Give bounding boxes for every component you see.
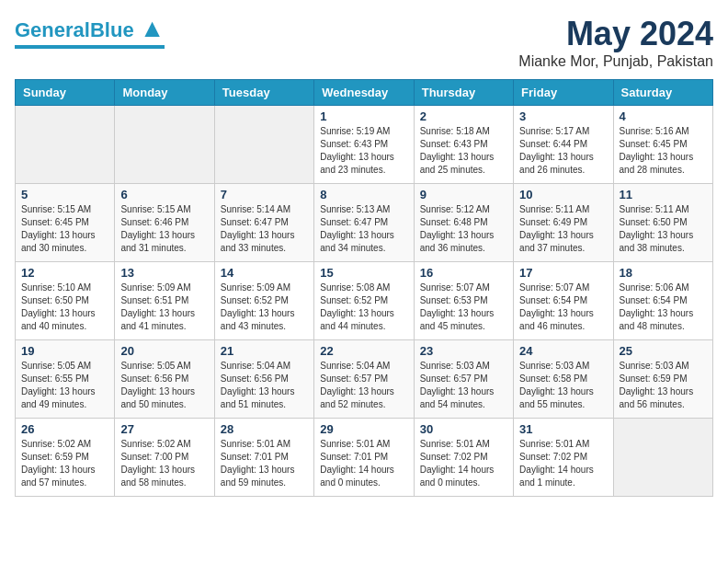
day-cell: 9Sunrise: 5:12 AMSunset: 6:48 PMDaylight… — [414, 184, 513, 262]
day-info: Sunrise: 5:03 AMSunset: 6:59 PMDaylight:… — [620, 360, 707, 411]
col-header-tuesday: Tuesday — [214, 80, 313, 106]
day-info: Sunrise: 5:02 AMSunset: 7:00 PMDaylight:… — [120, 438, 208, 489]
day-cell: 29Sunrise: 5:01 AMSunset: 7:01 PMDayligh… — [314, 419, 414, 497]
day-cell: 17Sunrise: 5:07 AMSunset: 6:54 PMDayligh… — [514, 262, 613, 340]
logo-bar — [15, 45, 165, 49]
day-cell: 7Sunrise: 5:14 AMSunset: 6:47 PMDaylight… — [214, 184, 313, 262]
week-row-5: 26Sunrise: 5:02 AMSunset: 6:59 PMDayligh… — [16, 419, 713, 497]
day-number: 29 — [320, 422, 407, 436]
day-info: Sunrise: 5:01 AMSunset: 7:02 PMDaylight:… — [519, 438, 607, 489]
day-number: 7 — [221, 188, 308, 201]
day-number: 2 — [420, 109, 507, 123]
day-info: Sunrise: 5:16 AMSunset: 6:45 PMDaylight:… — [620, 125, 707, 177]
day-number: 17 — [519, 266, 607, 280]
day-number: 28 — [221, 422, 308, 436]
day-cell — [16, 106, 115, 184]
title-area: May 2024 Mianke Mor, Punjab, Pakistan — [518, 15, 713, 70]
col-header-thursday: Thursday — [414, 80, 513, 106]
day-cell: 4Sunrise: 5:16 AMSunset: 6:45 PMDaylight… — [613, 106, 712, 184]
day-info: Sunrise: 5:18 AMSunset: 6:43 PMDaylight:… — [420, 125, 507, 177]
day-info: Sunrise: 5:11 AMSunset: 6:50 PMDaylight:… — [620, 203, 707, 255]
logo-text: GeneralBlue ▲ — [15, 15, 165, 43]
day-cell: 28Sunrise: 5:01 AMSunset: 7:01 PMDayligh… — [214, 419, 313, 497]
day-number: 25 — [620, 344, 707, 358]
day-info: Sunrise: 5:15 AMSunset: 6:46 PMDaylight:… — [120, 203, 208, 255]
day-info: Sunrise: 5:01 AMSunset: 7:02 PMDaylight:… — [420, 438, 507, 489]
day-number: 8 — [320, 188, 407, 201]
day-info: Sunrise: 5:14 AMSunset: 6:47 PMDaylight:… — [221, 203, 308, 255]
day-info: Sunrise: 5:04 AMSunset: 6:56 PMDaylight:… — [221, 360, 308, 411]
day-info: Sunrise: 5:05 AMSunset: 6:56 PMDaylight:… — [120, 360, 208, 411]
logo: GeneralBlue ▲ — [15, 15, 165, 49]
day-number: 3 — [519, 109, 607, 123]
day-number: 6 — [120, 188, 208, 201]
day-number: 9 — [420, 188, 507, 201]
col-header-sunday: Sunday — [16, 80, 115, 106]
day-number: 30 — [420, 422, 507, 436]
day-number: 20 — [120, 344, 208, 358]
day-info: Sunrise: 5:03 AMSunset: 6:57 PMDaylight:… — [420, 360, 507, 411]
day-cell: 2Sunrise: 5:18 AMSunset: 6:43 PMDaylight… — [414, 106, 513, 184]
day-cell — [613, 419, 712, 497]
week-row-4: 19Sunrise: 5:05 AMSunset: 6:55 PMDayligh… — [16, 340, 713, 419]
day-cell: 19Sunrise: 5:05 AMSunset: 6:55 PMDayligh… — [16, 340, 115, 419]
day-number: 21 — [221, 344, 308, 358]
day-cell: 18Sunrise: 5:06 AMSunset: 6:54 PMDayligh… — [613, 262, 712, 340]
day-cell: 20Sunrise: 5:05 AMSunset: 6:56 PMDayligh… — [115, 340, 214, 419]
day-info: Sunrise: 5:10 AMSunset: 6:50 PMDaylight:… — [21, 282, 108, 333]
day-cell: 16Sunrise: 5:07 AMSunset: 6:53 PMDayligh… — [414, 262, 513, 340]
day-cell: 25Sunrise: 5:03 AMSunset: 6:59 PMDayligh… — [613, 340, 712, 419]
logo-bird-icon: ▲ — [140, 14, 165, 42]
day-info: Sunrise: 5:06 AMSunset: 6:54 PMDaylight:… — [620, 282, 707, 333]
day-info: Sunrise: 5:04 AMSunset: 6:57 PMDaylight:… — [320, 360, 407, 411]
day-cell: 22Sunrise: 5:04 AMSunset: 6:57 PMDayligh… — [314, 340, 414, 419]
day-number: 4 — [620, 109, 707, 123]
day-info: Sunrise: 5:07 AMSunset: 6:53 PMDaylight:… — [420, 282, 507, 333]
day-info: Sunrise: 5:01 AMSunset: 7:01 PMDaylight:… — [320, 438, 407, 489]
col-header-wednesday: Wednesday — [314, 80, 414, 106]
day-cell: 11Sunrise: 5:11 AMSunset: 6:50 PMDayligh… — [613, 184, 712, 262]
day-number: 5 — [21, 188, 108, 201]
day-cell: 24Sunrise: 5:03 AMSunset: 6:58 PMDayligh… — [514, 340, 613, 419]
day-number: 14 — [221, 266, 308, 280]
day-cell: 1Sunrise: 5:19 AMSunset: 6:43 PMDaylight… — [314, 106, 414, 184]
day-info: Sunrise: 5:17 AMSunset: 6:44 PMDaylight:… — [519, 125, 607, 177]
day-cell: 21Sunrise: 5:04 AMSunset: 6:56 PMDayligh… — [214, 340, 313, 419]
day-info: Sunrise: 5:13 AMSunset: 6:47 PMDaylight:… — [320, 203, 407, 255]
day-cell: 30Sunrise: 5:01 AMSunset: 7:02 PMDayligh… — [414, 419, 513, 497]
day-cell: 27Sunrise: 5:02 AMSunset: 7:00 PMDayligh… — [115, 419, 214, 497]
day-cell: 5Sunrise: 5:15 AMSunset: 6:45 PMDaylight… — [16, 184, 115, 262]
week-row-2: 5Sunrise: 5:15 AMSunset: 6:45 PMDaylight… — [16, 184, 713, 262]
day-number: 11 — [620, 188, 707, 201]
day-info: Sunrise: 5:12 AMSunset: 6:48 PMDaylight:… — [420, 203, 507, 255]
day-info: Sunrise: 5:05 AMSunset: 6:55 PMDaylight:… — [21, 360, 108, 411]
week-row-3: 12Sunrise: 5:10 AMSunset: 6:50 PMDayligh… — [16, 262, 713, 340]
day-number: 1 — [320, 109, 407, 123]
page-header: GeneralBlue ▲ May 2024 Mianke Mor, Punja… — [15, 15, 713, 70]
day-number: 18 — [620, 266, 707, 280]
day-number: 19 — [21, 344, 108, 358]
calendar-table: SundayMondayTuesdayWednesdayThursdayFrid… — [15, 79, 713, 497]
day-number: 31 — [519, 422, 607, 436]
day-info: Sunrise: 5:11 AMSunset: 6:49 PMDaylight:… — [519, 203, 607, 255]
day-cell: 13Sunrise: 5:09 AMSunset: 6:51 PMDayligh… — [115, 262, 214, 340]
day-cell: 6Sunrise: 5:15 AMSunset: 6:46 PMDaylight… — [115, 184, 214, 262]
day-number: 26 — [21, 422, 108, 436]
day-info: Sunrise: 5:15 AMSunset: 6:45 PMDaylight:… — [21, 203, 108, 255]
week-row-1: 1Sunrise: 5:19 AMSunset: 6:43 PMDaylight… — [16, 106, 713, 184]
day-info: Sunrise: 5:08 AMSunset: 6:52 PMDaylight:… — [320, 282, 407, 333]
day-info: Sunrise: 5:02 AMSunset: 6:59 PMDaylight:… — [21, 438, 108, 489]
day-number: 22 — [320, 344, 407, 358]
location-subtitle: Mianke Mor, Punjab, Pakistan — [518, 53, 713, 70]
col-header-friday: Friday — [514, 80, 613, 106]
day-info: Sunrise: 5:03 AMSunset: 6:58 PMDaylight:… — [519, 360, 607, 411]
day-cell: 3Sunrise: 5:17 AMSunset: 6:44 PMDaylight… — [514, 106, 613, 184]
day-cell: 10Sunrise: 5:11 AMSunset: 6:49 PMDayligh… — [514, 184, 613, 262]
day-info: Sunrise: 5:07 AMSunset: 6:54 PMDaylight:… — [519, 282, 607, 333]
month-title: May 2024 — [518, 15, 713, 53]
day-info: Sunrise: 5:01 AMSunset: 7:01 PMDaylight:… — [221, 438, 308, 489]
day-number: 15 — [320, 266, 407, 280]
day-info: Sunrise: 5:09 AMSunset: 6:51 PMDaylight:… — [120, 282, 208, 333]
day-number: 24 — [519, 344, 607, 358]
day-cell: 26Sunrise: 5:02 AMSunset: 6:59 PMDayligh… — [16, 419, 115, 497]
